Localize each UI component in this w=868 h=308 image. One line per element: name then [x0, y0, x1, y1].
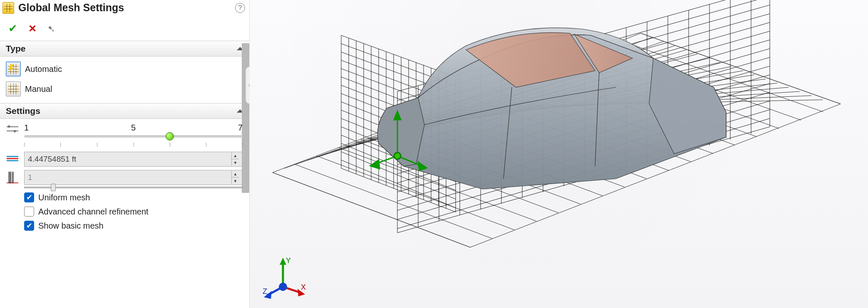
cell-size-down[interactable]: ▼: [231, 159, 239, 166]
mesh-settings-icon: [2, 2, 14, 14]
triad-x-label: X: [301, 283, 306, 291]
cell-size-input[interactable]: 4.44754851 ft ▲ ▼: [24, 152, 243, 167]
view-triad-icon[interactable]: Y X Z: [260, 256, 306, 301]
slider-ticks: [24, 143, 243, 148]
panel-title: Global Mesh Settings: [18, 2, 231, 14]
scene-3d: [250, 0, 868, 308]
cell-size-value: 4.44754851 ft: [28, 155, 76, 164]
section-type-title: Type: [6, 44, 25, 54]
advanced-channel-checkbox[interactable]: [24, 207, 34, 217]
pin-button[interactable]: ➸: [45, 22, 57, 35]
uniform-mesh-label: Uniform mesh: [38, 193, 90, 202]
svg-marker-8: [280, 258, 286, 265]
uniform-mesh-row[interactable]: ✔ Uniform mesh: [5, 188, 244, 202]
property-panel: Global Mesh Settings ? ✔ ✕ ➸ Type Automa…: [0, 0, 250, 308]
type-manual-label: Manual: [25, 84, 52, 94]
panel-scrollbar[interactable]: [242, 43, 249, 193]
uniform-mesh-checkbox[interactable]: ✔: [24, 192, 34, 202]
svg-point-6: [394, 153, 401, 159]
type-automatic-label: Automatic: [25, 64, 62, 74]
panel-header: Global Mesh Settings ?: [0, 0, 249, 16]
resolution-icon: [7, 123, 18, 135]
show-basic-mesh-row[interactable]: ✔ Show basic mesh: [5, 217, 244, 231]
automatic-icon: [6, 62, 21, 76]
svg-point-13: [279, 283, 287, 291]
slider-labels: 1 5 7: [24, 123, 243, 133]
triad-y-label: Y: [286, 256, 291, 265]
advanced-channel-label: Advanced channel refinement: [38, 207, 149, 217]
cancel-button[interactable]: ✕: [28, 23, 37, 34]
slider-min-label: 1: [24, 123, 29, 133]
section-settings-title: Settings: [6, 106, 40, 116]
ratio-value: 1: [28, 173, 32, 182]
ratio-slider-thumb[interactable]: [51, 184, 56, 191]
section-settings-header[interactable]: Settings: [0, 103, 249, 119]
graphics-viewport[interactable]: Y X Z: [250, 0, 868, 308]
command-row: ✔ ✕ ➸: [0, 16, 249, 41]
section-type-header[interactable]: Type: [0, 41, 249, 57]
type-manual-option[interactable]: Manual: [5, 81, 244, 97]
ratio-down[interactable]: ▼: [231, 177, 239, 184]
slider-max-label: 7: [238, 123, 243, 133]
advanced-channel-row[interactable]: Advanced channel refinement: [5, 202, 244, 217]
type-automatic-option[interactable]: Automatic: [5, 61, 244, 77]
ratio-slider[interactable]: [24, 187, 243, 188]
cell-size-up[interactable]: ▲: [231, 153, 239, 159]
cell-size-icon: [7, 153, 18, 165]
show-basic-mesh-checkbox[interactable]: ✔: [24, 221, 34, 231]
ratio-up[interactable]: ▲: [231, 171, 239, 177]
svg-marker-5: [370, 160, 379, 169]
car-model: [378, 28, 727, 189]
show-basic-mesh-label: Show basic mesh: [38, 221, 104, 231]
manual-icon: [6, 81, 21, 96]
ratio-input[interactable]: 1 ▲ ▼: [24, 170, 243, 185]
slider-mid-label: 5: [131, 123, 136, 133]
slider-thumb[interactable]: [166, 132, 174, 140]
ratio-icon: [7, 172, 18, 183]
resolution-slider[interactable]: [24, 135, 243, 138]
ok-button[interactable]: ✔: [8, 22, 17, 35]
triad-z-label: Z: [263, 287, 267, 296]
help-icon[interactable]: ?: [235, 3, 245, 13]
